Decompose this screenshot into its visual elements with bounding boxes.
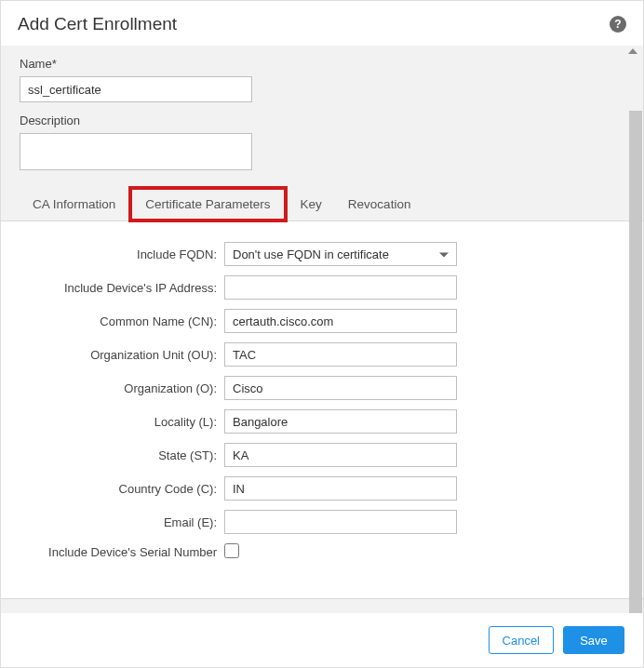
include-fqdn-select[interactable]: Don't use FQDN in certificate — [224, 242, 457, 266]
form-panel: Include FQDN: Don't use FQDN in certific… — [1, 220, 643, 599]
cancel-button[interactable]: Cancel — [489, 626, 554, 654]
include-fqdn-value: Don't use FQDN in certificate — [233, 247, 389, 261]
row-include-fqdn: Include FQDN: Don't use FQDN in certific… — [20, 242, 624, 266]
dialog-body: Name* Description CA Information Certifi… — [1, 46, 643, 613]
serial-checkbox[interactable] — [224, 543, 239, 558]
dialog-title: Add Cert Enrollment — [18, 14, 177, 34]
cn-input[interactable] — [224, 309, 457, 333]
o-input[interactable] — [224, 376, 457, 400]
description-input[interactable] — [20, 133, 252, 170]
name-input[interactable] — [20, 76, 252, 102]
dialog-add-cert-enrollment: Add Cert Enrollment ? Name* Description … — [0, 0, 644, 668]
save-button[interactable]: Save — [563, 626, 624, 654]
tab-revocation[interactable]: Revocation — [335, 190, 424, 219]
scrollbar[interactable] — [629, 111, 642, 613]
include-ip-input[interactable] — [224, 275, 457, 300]
o-label: Organization (O): — [20, 381, 224, 395]
dialog-header: Add Cert Enrollment ? — [1, 1, 643, 46]
st-input[interactable] — [224, 443, 457, 467]
row-c: Country Code (C): — [20, 476, 624, 501]
tab-certificate-parameters[interactable]: Certificate Parameters — [128, 186, 287, 222]
row-ou: Organization Unit (OU): — [20, 342, 624, 367]
row-st: State (ST): — [20, 443, 624, 467]
top-fields: Name* Description — [1, 46, 643, 177]
include-fqdn-label: Include FQDN: — [20, 247, 224, 261]
e-input[interactable] — [224, 510, 457, 534]
c-input[interactable] — [224, 476, 457, 501]
row-l: Locality (L): — [20, 409, 624, 434]
ou-input[interactable] — [224, 342, 457, 367]
include-ip-label: Include Device's IP Address: — [20, 281, 224, 295]
row-cn: Common Name (CN): — [20, 309, 624, 333]
chevron-down-icon — [439, 253, 449, 258]
e-label: Email (E): — [20, 515, 224, 529]
row-o: Organization (O): — [20, 376, 624, 400]
description-label: Description — [20, 114, 624, 127]
st-label: State (ST): — [20, 448, 224, 462]
tabs: CA Information Certificate Parameters Ke… — [1, 177, 643, 219]
row-e: Email (E): — [20, 510, 624, 534]
cn-label: Common Name (CN): — [20, 314, 224, 328]
serial-label: Include Device's Serial Number — [20, 545, 224, 559]
help-icon[interactable]: ? — [610, 16, 626, 33]
l-label: Locality (L): — [20, 415, 224, 429]
ou-label: Organization Unit (OU): — [20, 348, 224, 362]
dialog-footer: Cancel Save — [1, 613, 643, 667]
tab-key[interactable]: Key — [288, 190, 335, 219]
l-input[interactable] — [224, 409, 457, 434]
scroll-up-icon[interactable] — [628, 48, 637, 54]
c-label: Country Code (C): — [20, 482, 224, 496]
tab-ca-information[interactable]: CA Information — [20, 190, 128, 219]
name-label: Name* — [20, 57, 624, 71]
row-serial: Include Device's Serial Number — [20, 543, 624, 561]
row-include-ip: Include Device's IP Address: — [20, 275, 624, 300]
